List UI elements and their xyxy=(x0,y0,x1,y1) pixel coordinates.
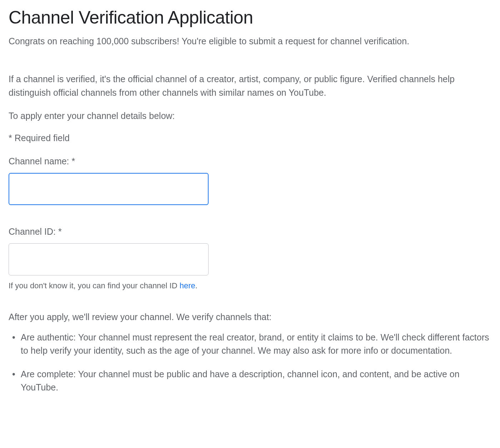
page-title: Channel Verification Application xyxy=(9,7,491,28)
channel-name-label: Channel name: * xyxy=(9,156,491,166)
intro-text: Congrats on reaching 100,000 subscribers… xyxy=(9,35,491,48)
channel-id-input[interactable] xyxy=(9,243,209,275)
required-field-note: * Required field xyxy=(9,133,491,143)
channel-name-input[interactable] xyxy=(9,173,209,205)
channel-id-helper: If you don't know it, you can find your … xyxy=(9,281,491,290)
review-heading: After you apply, we'll review your chann… xyxy=(9,312,491,322)
helper-prefix: If you don't know it, you can find your … xyxy=(9,281,180,290)
apply-prompt: To apply enter your channel details belo… xyxy=(9,109,491,123)
channel-id-field-group: Channel ID: * If you don't know it, you … xyxy=(9,227,491,290)
description-text: If a channel is verified, it's the offic… xyxy=(9,73,491,99)
review-criteria-list: Are authentic: Your channel must represe… xyxy=(9,331,491,394)
list-item: Are authentic: Your channel must represe… xyxy=(10,331,491,358)
helper-suffix: . xyxy=(195,281,198,290)
channel-name-field-group: Channel name: * xyxy=(9,156,491,205)
channel-id-help-link[interactable]: here xyxy=(180,281,195,290)
channel-id-label: Channel ID: * xyxy=(9,227,491,237)
list-item: Are complete: Your channel must be publi… xyxy=(10,368,491,394)
